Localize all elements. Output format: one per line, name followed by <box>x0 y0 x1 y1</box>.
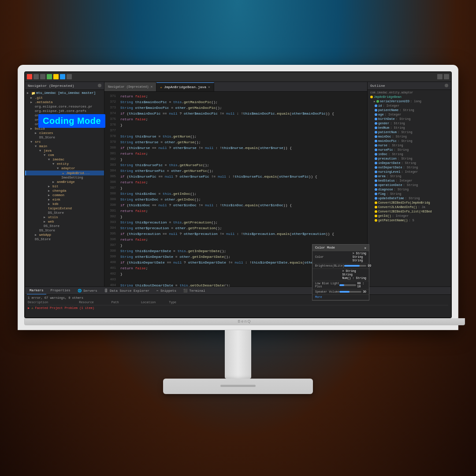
tab-navigator[interactable]: Navigator (Deprecated) ✕ <box>104 82 156 91</box>
outline-field[interactable]: area : String <box>368 174 451 178</box>
field-icon <box>375 144 377 147</box>
outline-method[interactable]: Convert2LtAnBedInfo() : Ja <box>368 205 451 209</box>
ide-toolbar <box>25 72 451 82</box>
tree-item[interactable]: ▼ imedac <box>25 157 104 162</box>
tree-item[interactable]: ▶ eink <box>25 197 104 202</box>
tab-terminal[interactable]: ⬛ Terminal <box>181 286 208 294</box>
tree-item[interactable]: ▶ .git <box>25 96 104 100</box>
tab-snippets[interactable]: ✂ Snippets <box>154 286 179 294</box>
tree-item[interactable]: ▼ com <box>25 153 104 157</box>
tree-item[interactable]: ▼ src <box>25 140 104 144</box>
tree-item[interactable]: taipeiExtend <box>25 206 104 211</box>
toolbar-icon-build[interactable] <box>47 74 52 79</box>
field-icon <box>375 153 377 156</box>
nav-panel-title: Navigator (Deprecated) <box>28 84 74 88</box>
outline-field[interactable]: diagnose : String <box>368 187 451 192</box>
line-numbers: 371372373374375 376377378379380 38138238… <box>104 92 118 286</box>
toolbar-icon-3[interactable] <box>53 74 59 79</box>
outline-field[interactable]: ▶ serialVersionUID : long <box>368 99 451 104</box>
field-icon <box>375 109 377 112</box>
tree-item[interactable]: ▶ webApp <box>25 233 104 237</box>
tree-item[interactable]: ▼ adaptor <box>25 166 104 171</box>
tab-properties[interactable]: Properties <box>48 286 73 294</box>
tree-item[interactable]: ▶ classes <box>25 131 104 135</box>
field-icon <box>375 197 377 200</box>
tree-item[interactable]: ▶ chengda <box>25 189 104 193</box>
outline-field[interactable]: bedStatus : Integer <box>368 178 451 183</box>
outline-field[interactable]: bedNum : String <box>368 126 451 130</box>
outline-field[interactable]: updateDateTime : String <box>368 196 451 201</box>
bottom-panel: Markers Properties 🌐 Servers 🗄 Data Sour… <box>25 286 451 317</box>
outline-field[interactable]: gender : String <box>368 121 451 126</box>
outline-field[interactable]: nursingLevel : Integer <box>368 170 451 174</box>
outline-field[interactable]: patientName : String <box>368 108 451 112</box>
toolbar-icon-settings[interactable] <box>444 74 449 79</box>
outline-field[interactable]: inDepartDate : String <box>368 161 451 165</box>
outline-field[interactable]: flag : String <box>368 192 451 196</box>
outline-field[interactable]: inDoc : String <box>368 152 451 156</box>
outline-field[interactable]: precaution : String <box>368 156 451 161</box>
method-icon <box>375 215 377 217</box>
outline-field[interactable]: id : Integer <box>368 104 451 108</box>
tab-servers[interactable]: 🌐 Servers <box>75 286 100 294</box>
outline-field[interactable]: outDepartDate : String <box>368 165 451 170</box>
outline-field[interactable]: operationDate : String <box>368 183 451 187</box>
toolbar-icon-1[interactable] <box>33 74 39 79</box>
tree-item[interactable]: ▶ bit <box>25 184 104 189</box>
outline-field[interactable]: birthDate : String <box>368 117 451 121</box>
outline-field[interactable]: nursePic : String <box>368 148 451 152</box>
outline-field[interactable]: age : Integer <box>368 112 451 117</box>
field-icon <box>375 179 377 182</box>
outline-class[interactable]: JmpAnBridgeBean <box>368 95 451 99</box>
tree-item[interactable]: ▶ 📁 mtu_imedac [mtu_imedac master] <box>25 91 104 96</box>
tab-java-file[interactable]: ☕ JmpAnBridgeBean.java ✕ <box>156 82 214 91</box>
outline-method[interactable]: Convert2BIBedInfo(JmpAnBridg <box>368 201 451 205</box>
tree-item[interactable]: ▼ entity <box>25 162 104 166</box>
outline-method[interactable]: getPatientName() : S <box>368 218 451 223</box>
nav-panel-header: Navigator (Deprecated) <box>25 82 104 90</box>
tree-item-active[interactable]: ☕ JmpAnBrid... <box>25 171 104 175</box>
outline-field[interactable]: mainDocPic : String <box>368 139 451 143</box>
toolbar-icon-4[interactable] <box>60 74 65 79</box>
monitor-stand-base <box>163 379 313 394</box>
tree-item[interactable]: DS_Store <box>25 237 104 242</box>
toolbar-icon-run[interactable] <box>27 74 32 79</box>
tree-item[interactable]: ▶ web <box>25 219 104 224</box>
tree-item[interactable]: ▶ common <box>25 193 104 197</box>
outline-panel-close[interactable] <box>445 84 448 87</box>
outline-method[interactable]: Convert2BIBedInfo_list(=BIBed <box>368 209 451 214</box>
toolbar-icon-2[interactable] <box>40 74 45 79</box>
toolbar-icon-search[interactable] <box>437 74 443 79</box>
tree-item[interactable]: ▶ kdb <box>25 202 104 206</box>
tree-item[interactable]: ImedSetting <box>25 175 104 180</box>
outline-field[interactable]: patientNum : String <box>368 130 451 134</box>
field-icon <box>375 188 377 191</box>
outline-field[interactable]: nurse : String <box>368 143 451 148</box>
method-icon <box>375 206 377 208</box>
outline-method[interactable]: getId() : Integer <box>368 214 451 218</box>
toolbar-icon-5[interactable] <box>67 74 72 79</box>
ide-main: Navigator (Deprecated) ▶ 📁 mtu_imedac [m… <box>25 82 451 286</box>
outline-field[interactable]: mainDoc : String <box>368 134 451 139</box>
field-icon <box>375 162 377 164</box>
tab-markers[interactable]: Markers <box>27 286 46 294</box>
tree-item[interactable]: DS_Store <box>25 224 104 228</box>
tree-item[interactable]: ▶ anmBridge <box>25 180 104 184</box>
settings-row-brightness: Brightness(BLite) 99 <box>367 264 369 269</box>
tree-item[interactable]: ▼ main <box>25 144 104 149</box>
field-icon <box>376 100 379 103</box>
tab-datasource[interactable]: 🗄 Data Source Explorer <box>102 286 152 294</box>
nav-panel-close[interactable] <box>98 84 101 87</box>
tree-item[interactable]: DS_Store <box>25 211 104 215</box>
tree-item[interactable]: ▼ java <box>25 149 104 153</box>
class-icon <box>370 96 373 98</box>
tree-item[interactable]: DS_Store <box>25 135 104 140</box>
tree-item[interactable]: org.eclipse.core.resources.pr <box>25 104 104 109</box>
field-icon <box>375 184 377 186</box>
tree-item[interactable]: org.eclipse.jdt.core.prefs <box>25 109 104 113</box>
tree-item[interactable]: ▶ .metadata <box>25 100 104 104</box>
method-icon <box>375 210 377 213</box>
tree-item[interactable]: DS_Store <box>25 228 104 233</box>
field-icon <box>375 171 377 173</box>
tree-item[interactable]: ▶ utils <box>25 215 104 219</box>
